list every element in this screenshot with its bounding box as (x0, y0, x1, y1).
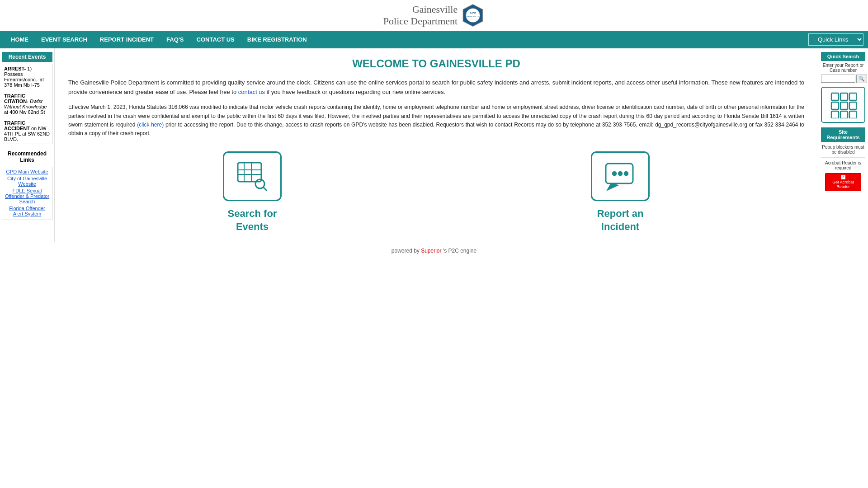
svg-rect-16 (831, 93, 839, 100)
recent-events-title: Recent Events (2, 52, 52, 62)
quick-search-label: Enter your Report or Case number (821, 63, 865, 73)
quick-search-button[interactable]: 🔍 (856, 75, 867, 83)
map-search-icon (234, 158, 270, 194)
logo-text: Gainesville Police Department (383, 4, 458, 28)
search-events-card[interactable]: Search for Events (223, 151, 282, 233)
link-florida-offender[interactable]: Florida Offender Alert System (4, 206, 50, 216)
nav-report-incident[interactable]: REPORT INCIDENT (94, 31, 160, 48)
svg-rect-20 (840, 102, 848, 109)
recommended-links-box: GPD Main Website City of Gainesville Web… (2, 167, 52, 220)
nav-bike-registration[interactable]: BIKE REGISTRATION (241, 31, 313, 48)
link-fdle[interactable]: FDLE Sexual Offender & Predator Search (4, 188, 50, 204)
divider-1 (821, 157, 865, 158)
svg-line-10 (263, 187, 267, 191)
footer: powered by Superior 's P2C engine (0, 242, 868, 263)
search-row: 🔍 (821, 75, 865, 83)
chat-report-icon (602, 158, 638, 194)
powered-by-link[interactable]: Superior (421, 248, 441, 254)
svg-rect-18 (849, 93, 857, 100)
search-events-label: Search for Events (228, 207, 277, 233)
action-cards: Search for Events Report an (68, 151, 804, 233)
layout: Recent Events ARREST- 1) Possess Firearm… (0, 48, 868, 243)
florida-notice-paragraph: Effective March 1, 2023, Florida Statute… (68, 103, 804, 138)
recommended-links-title: Recommended Links (2, 149, 52, 165)
svg-rect-19 (831, 102, 839, 109)
acrobat-badge-line2: Reader (828, 184, 858, 189)
svg-rect-21 (849, 102, 857, 109)
nav: HOME EVENT SEARCH REPORT INCIDENT FAQ'S … (0, 31, 868, 48)
acrobat-badge-line1: Get Acrobat (828, 180, 858, 184)
event-2-desc: at 400 Nw 62nd St (4, 109, 45, 115)
click-here-link[interactable]: (click here) (137, 122, 164, 128)
svg-text:GAINESVILLE: GAINESVILLE (467, 16, 479, 18)
report-incident-icon-box (591, 151, 650, 201)
powered-by-text: powered by (392, 248, 420, 254)
nav-event-search[interactable]: EVENT SEARCH (35, 31, 94, 48)
svg-marker-12 (608, 183, 618, 190)
report-incident-label: Report an Incident (597, 207, 644, 233)
event-1-type: ARREST- (4, 66, 26, 71)
nav-contact-us[interactable]: CONTACT US (190, 31, 241, 48)
acrobat-text: Acrobat Reader is required (821, 160, 865, 170)
event-3-type: TRAFFIC ACCIDENT (4, 120, 30, 131)
quick-search-title: Quick Search (821, 52, 865, 61)
svg-rect-22 (831, 111, 839, 118)
sidebar-right: Quick Search Enter your Report or Case n… (818, 48, 868, 243)
event-2-type: TRAFFIC CITATION- (4, 93, 28, 104)
intro-text-2: if you have feedback or questions regard… (267, 89, 445, 95)
florida-notice-text-2: prior to accessing the report. Due to th… (68, 122, 804, 136)
svg-rect-17 (840, 93, 848, 100)
header: Gainesville Police Department GPD GAINES… (0, 0, 868, 31)
svg-rect-24 (849, 111, 857, 118)
recent-events-box: ARREST- 1) Possess Firearms/conc.. at 37… (2, 64, 52, 144)
svg-point-15 (624, 172, 628, 175)
logo-line1: Gainesville (383, 4, 458, 15)
acrobat-badge: 🅰 Get Acrobat Reader (821, 173, 865, 191)
powered-by-suffix: 's P2C engine (443, 248, 476, 254)
link-city-gainesville[interactable]: City of Gainesville Website (4, 176, 50, 187)
contact-us-link[interactable]: contact us (238, 89, 265, 95)
report-incident-card[interactable]: Report an Incident (591, 151, 650, 233)
logo-badge-icon: GPD GAINESVILLE (461, 4, 485, 27)
quick-links-dropdown[interactable]: - Quick Links - (808, 33, 863, 46)
svg-rect-23 (840, 111, 848, 118)
grid-icon (830, 91, 857, 118)
acrobat-badge-image[interactable]: 🅰 Get Acrobat Reader (825, 173, 861, 191)
grid-icon-box (821, 87, 865, 123)
logo-line2: Police Department (383, 15, 458, 27)
nav-home[interactable]: HOME (5, 31, 35, 48)
link-gpd-main[interactable]: GPD Main Website (4, 169, 50, 174)
intro-paragraph: The Gainesville Police Department is com… (68, 78, 804, 97)
main-content: WELCOME TO GAINESVILLE PD The Gainesvill… (54, 48, 818, 243)
quick-search-input[interactable] (821, 75, 855, 83)
svg-text:GPD: GPD (470, 11, 476, 14)
search-events-icon-box (223, 151, 282, 201)
svg-point-13 (613, 172, 616, 175)
svg-point-14 (618, 172, 622, 175)
svg-rect-4 (238, 163, 261, 182)
page-title: WELCOME TO GAINESVILLE PD (68, 57, 804, 70)
popup-blockers-text: Popup blockers must be disabled (821, 145, 865, 155)
nav-faqs[interactable]: FAQ'S (160, 31, 190, 48)
site-requirements-title: Site Requirements (821, 127, 865, 142)
sidebar-left: Recent Events ARREST- 1) Possess Firearm… (0, 48, 54, 243)
